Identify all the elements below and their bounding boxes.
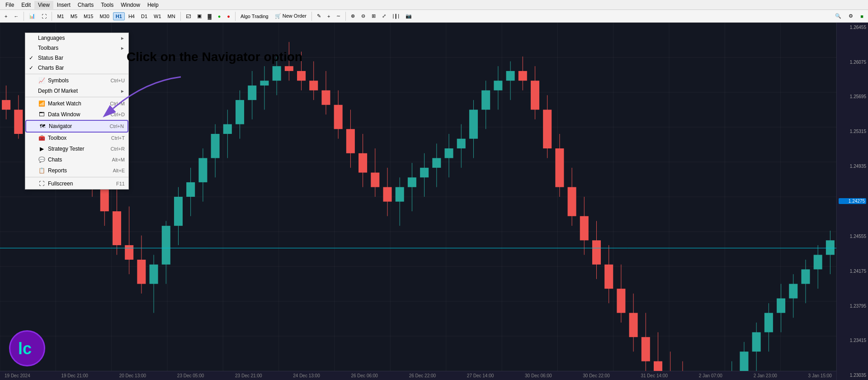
time-label-5: 24 Dec 13:00 (293, 373, 320, 378)
menu-file[interactable]: File (2, 1, 18, 9)
toolbar-line-chart[interactable]: 🗠 (183, 12, 193, 20)
label-toolbox: Toolbox (48, 135, 66, 141)
time-label-9: 30 Dec 06:00 (525, 373, 552, 378)
toolbar-chart-type[interactable]: 📊 (26, 12, 38, 20)
label-market-watch: Market Watch (48, 100, 81, 107)
toolbar-zoom-in[interactable]: ⊕ (348, 12, 358, 20)
toolbar-wave[interactable]: ∼ (334, 12, 343, 20)
toolbar-screenshot[interactable]: 📷 (403, 12, 415, 20)
tf-mn[interactable]: MN (165, 12, 178, 20)
time-label-7: 26 Dec 22:00 (409, 373, 436, 378)
menu-window[interactable]: Window (117, 1, 144, 9)
menu-item-reports[interactable]: 📋 Reports Alt+E (25, 165, 128, 176)
toolbar-zoom-out[interactable]: ⊖ (359, 12, 368, 20)
toolbar-green-dot[interactable]: ● (215, 12, 224, 20)
tf-d1[interactable]: D1 (138, 12, 150, 20)
sep-1 (25, 74, 128, 74)
menu-item-toolbars[interactable]: Toolbars ► (25, 43, 128, 53)
toolbar-red-dot[interactable]: ● (224, 12, 233, 20)
menu-item-depth[interactable]: Depth Of Market ► (25, 86, 128, 96)
settings-btn[interactable]: ⚙ (846, 12, 856, 20)
check-status-bar: ✓ (29, 55, 35, 61)
separator-2 (52, 12, 52, 21)
tf-h4[interactable]: H4 (126, 12, 137, 20)
label-reports: Reports (48, 167, 67, 174)
time-label-10: 30 Dec 22:00 (583, 373, 610, 378)
menu-item-strategy-tester[interactable]: ▶ Strategy Tester Ctrl+R (25, 143, 128, 154)
time-label-11: 31 Dec 14:00 (641, 373, 668, 378)
new-order-btn[interactable]: 🛒 New Order (272, 12, 309, 20)
label-fullscreen: Fullscreen (48, 180, 73, 187)
reports-icon: 📋 (38, 167, 45, 174)
toolbar-back[interactable]: ← (11, 12, 21, 20)
toolbar-grid[interactable]: ⊞ (369, 12, 378, 20)
menu-item-toolbox[interactable]: 🧰 Toolbox Ctrl+T (25, 133, 128, 143)
menu-item-languages[interactable]: Languages ► (25, 33, 128, 43)
menu-item-market-watch[interactable]: 📶 Market Watch Ctrl+M (25, 98, 128, 109)
svg-text:lc: lc (18, 339, 32, 358)
menu-item-status-bar[interactable]: ✓ Status Bar (25, 53, 128, 63)
label-charts-bar: Charts Bar (38, 65, 64, 71)
tf-m1[interactable]: M1 (54, 12, 66, 20)
shortcut-strategy-tester: Ctrl+R (111, 146, 125, 152)
separator-6 (345, 12, 346, 21)
toolbar-chart-zoom[interactable]: ⛶ (39, 12, 49, 20)
label-chats: Chats (48, 157, 62, 163)
sep-3 (25, 177, 128, 177)
fullscreen-icon: ⛶ (38, 180, 45, 187)
symbols-icon: 📈 (38, 77, 45, 84)
search-btn[interactable]: 🔍 (832, 12, 844, 20)
fullscreen-indicator[interactable]: ■ (858, 12, 866, 20)
menu-view[interactable]: View (34, 1, 53, 9)
toolbar-bar-chart[interactable]: ▣ (194, 12, 204, 20)
algo-trading-btn[interactable]: Algo Trading (238, 12, 271, 20)
arrow-languages: ► (120, 36, 125, 41)
menu-item-data-window[interactable]: 🗔 Data Window Ctrl+D (25, 109, 128, 120)
data-window-icon: 🗔 (38, 111, 45, 118)
tf-m5[interactable]: M5 (68, 12, 80, 20)
time-axis: 19 Dec 2024 19 Dec 21:00 20 Dec 13:00 23… (0, 371, 836, 380)
menu-item-symbols[interactable]: 📈 Symbols Ctrl+U (25, 75, 128, 86)
shortcut-symbols: Ctrl+U (111, 78, 125, 83)
time-label-3: 23 Dec 05:00 (177, 373, 204, 378)
price-label-2: 1.26075 (839, 60, 866, 65)
tf-h1[interactable]: H1 (113, 12, 125, 20)
menu-charts[interactable]: Charts (74, 1, 97, 9)
shortcut-data-window: Ctrl+D (111, 112, 125, 117)
shortcut-market-watch: Ctrl+M (110, 101, 125, 106)
time-label-13: 2 Jan 23:00 (754, 373, 777, 378)
price-label-10: 1.23035 (839, 373, 866, 378)
menu-insert[interactable]: Insert (53, 1, 74, 9)
toolbar-candle-chart[interactable]: ▓ (205, 12, 214, 20)
shortcut-toolbox: Ctrl+T (111, 135, 125, 141)
toolbar-fit[interactable]: ⤢ (379, 12, 389, 20)
menu-item-chats[interactable]: 💬 Chats Alt+M (25, 154, 128, 165)
tf-m30[interactable]: M30 (97, 12, 112, 20)
arrow-depth: ► (120, 89, 125, 94)
toolbar-pencil[interactable]: ✎ (314, 12, 324, 20)
logo-svg: lc (16, 337, 38, 360)
separator-5 (311, 12, 312, 21)
menu-help[interactable]: Help (144, 1, 162, 9)
time-label-12: 2 Jan 07:00 (699, 373, 722, 378)
label-data-window: Data Window (48, 111, 80, 118)
toolbar-plus[interactable]: + (325, 12, 333, 20)
menu-item-fullscreen[interactable]: ⛶ Fullscreen F11 (25, 178, 128, 189)
menu-item-charts-bar[interactable]: ✓ Charts Bar (25, 63, 128, 73)
separator-1 (24, 12, 24, 21)
menu-tools[interactable]: Tools (97, 1, 117, 9)
strategy-tester-icon: ▶ (38, 145, 45, 152)
time-label-8: 27 Dec 14:00 (467, 373, 494, 378)
current-price-label: 1.24275 (839, 198, 866, 204)
price-label-6: 1.24555 (839, 234, 866, 239)
menu-item-navigator[interactable]: 🗺 Navigator Ctrl+N (25, 120, 128, 133)
label-strategy-tester: Strategy Tester (48, 146, 84, 152)
toolbar-new-chart[interactable]: + (2, 12, 10, 20)
toolbar-period-sep[interactable]: |❙| (390, 12, 402, 20)
toolbar-right: 🔍 ⚙ ■ (832, 12, 866, 20)
menu-edit[interactable]: Edit (18, 1, 34, 9)
tf-w1[interactable]: W1 (151, 12, 164, 20)
tf-m15[interactable]: M15 (81, 12, 96, 20)
label-depth: Depth Of Market (38, 88, 78, 94)
new-order-label: New Order (283, 13, 307, 19)
